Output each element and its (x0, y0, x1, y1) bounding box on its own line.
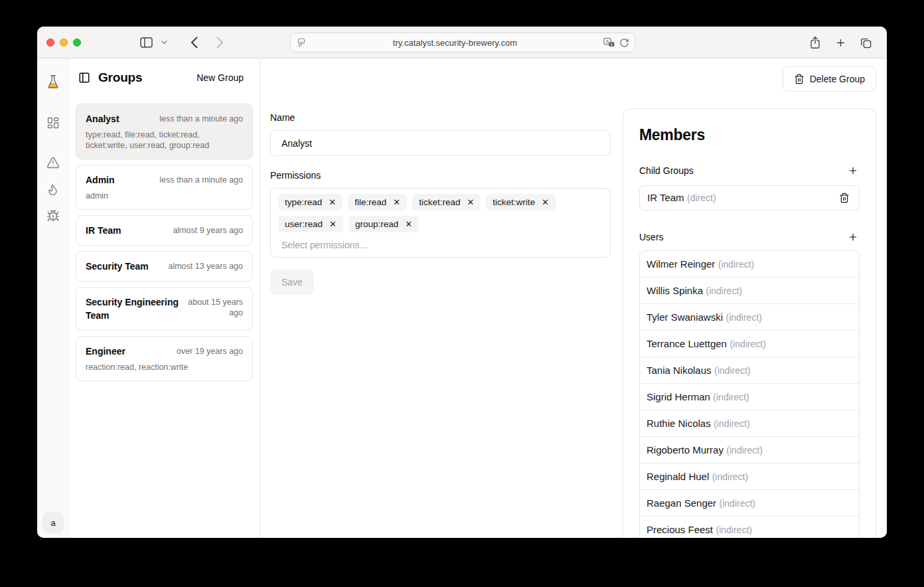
user-membership-type: (indirect) (716, 525, 752, 535)
icon-rail: a (37, 58, 69, 538)
permission-tag: ticket:read✕ (412, 194, 481, 210)
groups-panel: Groups New Group Analyst less than a min… (69, 58, 260, 538)
group-updated-time: almost 9 years ago (173, 224, 243, 237)
new-tab-icon[interactable] (831, 33, 850, 52)
user-row: Tyler Swaniawski (indirect) (640, 304, 859, 331)
chevron-down-icon[interactable] (158, 33, 170, 52)
users-label: Users (639, 232, 664, 242)
user-membership-type: (indirect) (730, 339, 765, 349)
sidebar-toggle-icon[interactable] (137, 33, 155, 52)
group-name: Admin (86, 173, 115, 187)
group-updated-time: less than a minute ago (159, 112, 243, 126)
members-panel: Members Child Groups IR Team (direct) Us… (623, 108, 876, 538)
permission-tag-label: ticket:read (419, 197, 460, 207)
name-label: Name (270, 112, 611, 123)
users-list: Wilmer Reinger (indirect) Willis Spinka … (639, 250, 860, 538)
svg-text:文: 文 (610, 42, 614, 46)
permission-tag-label: group:read (355, 219, 398, 229)
group-permissions-summary: type:read, file:read, ticket:read, ticke… (86, 129, 243, 151)
permission-tag: user:read✕ (278, 216, 343, 232)
group-card-security-team[interactable]: Security Team almost 13 years ago (76, 251, 253, 282)
permission-tag: type:read✕ (278, 194, 343, 210)
user-name: Sigrid Herman (647, 391, 710, 402)
user-row: Willis Spinka (indirect) (640, 278, 859, 304)
delete-group-label: Delete Group (810, 74, 865, 84)
share-icon[interactable] (806, 33, 824, 52)
user-row: Rigoberto Murray (indirect) (640, 437, 859, 463)
permission-tag: file:read✕ (348, 194, 407, 210)
user-row: Terrance Luettgen (indirect) (640, 331, 859, 357)
add-user-button[interactable] (846, 230, 860, 244)
minimize-window-button[interactable] (60, 39, 68, 46)
bug-icon[interactable] (44, 207, 62, 224)
permission-tag: group:read✕ (348, 216, 419, 232)
group-card-analyst[interactable]: Analyst less than a minute ago type:read… (76, 104, 253, 159)
flame-icon[interactable] (44, 181, 62, 198)
delete-group-button[interactable]: Delete Group (783, 66, 876, 92)
group-updated-time: almost 13 years ago (168, 260, 243, 273)
tabs-overview-icon[interactable] (856, 33, 875, 52)
user-row: Reginald Huel (indirect) (640, 463, 859, 490)
group-name: Security Team (86, 260, 149, 273)
permission-tag-label: user:read (285, 219, 323, 229)
remove-permission-icon[interactable]: ✕ (329, 198, 336, 207)
name-input[interactable] (270, 130, 611, 156)
close-window-button[interactable] (46, 39, 54, 46)
user-row: Tania Nikolaus (indirect) (640, 357, 859, 384)
child-group-row: IR Team (direct) (639, 185, 860, 210)
permissions-select[interactable]: type:read✕ file:read✕ ticket:read✕ ticke… (270, 188, 611, 258)
alert-triangle-icon[interactable] (44, 154, 62, 171)
user-name: Ruthie Nicolas (647, 418, 711, 429)
user-membership-type: (indirect) (714, 365, 750, 376)
group-name: Analyst (86, 112, 119, 126)
remove-permission-icon[interactable]: ✕ (542, 198, 549, 207)
forward-icon[interactable] (210, 33, 229, 52)
child-groups-label: Child Groups (639, 165, 694, 176)
user-name: Rigoberto Murray (647, 444, 724, 456)
site-page-icon (296, 37, 307, 48)
user-row: Precious Feest (indirect) (640, 517, 859, 538)
user-name: Wilmer Reinger (647, 258, 715, 270)
remove-permission-icon[interactable]: ✕ (467, 198, 474, 207)
user-membership-type: (indirect) (726, 312, 762, 323)
back-icon[interactable] (185, 33, 203, 52)
save-button[interactable]: Save (270, 270, 314, 295)
permission-tag-label: type:read (285, 197, 322, 207)
translate-icon[interactable]: A文 (603, 38, 615, 48)
add-child-group-button[interactable] (846, 164, 860, 177)
user-name: Reginald Huel (647, 471, 709, 482)
permissions-placeholder: Select permissions... (281, 240, 603, 250)
user-membership-type: (indirect) (706, 286, 741, 296)
group-card-security-engineering-team[interactable]: Security Engineering Team about 15 years… (76, 287, 253, 331)
group-name: Security Engineering Team (86, 295, 181, 322)
address-bar[interactable]: try.catalyst.security-brewery.com A文 (290, 33, 635, 52)
group-card-admin[interactable]: Admin less than a minute ago admin (76, 165, 253, 210)
url-text: try.catalyst.security-brewery.com (307, 38, 603, 48)
reload-icon[interactable] (619, 38, 629, 48)
user-membership-type: (indirect) (720, 498, 755, 509)
trash-icon (794, 74, 805, 84)
dashboard-icon[interactable] (44, 114, 62, 131)
zoom-window-button[interactable] (73, 39, 81, 46)
user-name: Tania Nikolaus (647, 365, 712, 376)
flask-logo[interactable] (44, 73, 62, 90)
user-row: Raegan Senger (indirect) (640, 490, 859, 517)
remove-permission-icon[interactable]: ✕ (393, 198, 400, 207)
user-row: Ruthie Nicolas (indirect) (640, 410, 859, 437)
user-name: Terrance Luettgen (647, 338, 727, 349)
user-membership-type: (indirect) (713, 392, 749, 402)
panel-toggle-icon[interactable] (78, 72, 90, 84)
group-card-ir-team[interactable]: IR Team almost 9 years ago (76, 215, 253, 246)
user-name: Willis Spinka (647, 285, 703, 296)
remove-permission-icon[interactable]: ✕ (329, 220, 337, 228)
avatar[interactable]: a (42, 512, 64, 533)
group-list: Analyst less than a minute ago type:read… (69, 97, 260, 381)
remove-child-group-button[interactable] (838, 191, 851, 205)
group-updated-time: less than a minute ago (159, 173, 243, 187)
permissions-label: Permissions (270, 170, 611, 181)
remove-permission-icon[interactable]: ✕ (405, 220, 412, 228)
traffic-lights (46, 39, 81, 46)
new-group-button[interactable]: New Group (196, 72, 244, 83)
group-card-engineer[interactable]: Engineer over 19 years ago reaction:read… (76, 336, 253, 381)
user-name: Precious Feest (647, 524, 713, 535)
